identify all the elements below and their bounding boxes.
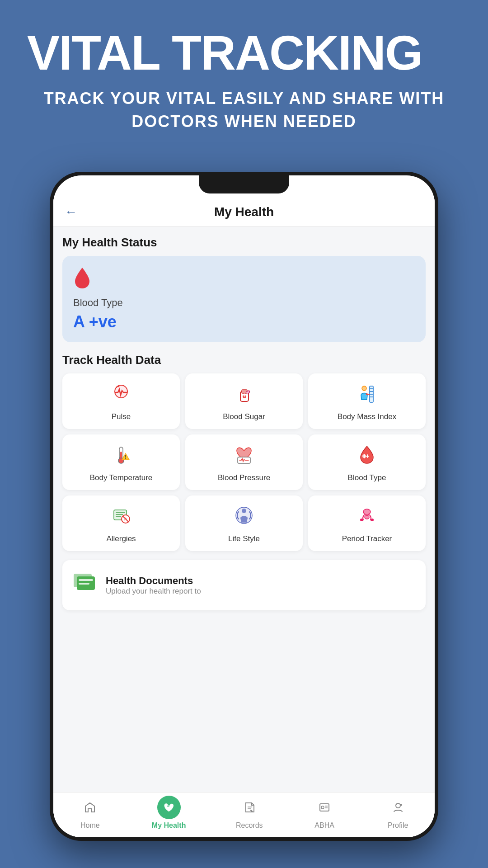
svg-point-25 xyxy=(242,509,246,513)
svg-rect-32 xyxy=(79,579,93,581)
track-item-allergies[interactable]: A Allergies xyxy=(62,495,180,551)
my-health-nav-icon xyxy=(157,796,181,819)
app-header: ← My Health xyxy=(53,196,435,226)
svg-point-29 xyxy=(371,519,374,521)
phone-content: ← My Health My Health Status Blood Type … xyxy=(53,196,435,837)
health-status-card[interactable]: Blood Type A +ve xyxy=(62,256,426,342)
nav-item-home[interactable]: Home xyxy=(78,796,102,830)
allergies-icon: A xyxy=(110,505,132,529)
blood-sugar-label: Blood Sugar xyxy=(223,412,265,422)
nav-item-my-health[interactable]: My Health xyxy=(152,796,186,830)
health-docs-sub: Upload your health report to xyxy=(106,587,201,596)
track-item-blood-sugar[interactable]: Blood Sugar xyxy=(185,373,303,429)
body-temp-label: Body Temperature xyxy=(90,473,153,483)
period-tracker-icon xyxy=(356,505,378,529)
bmi-label: Body Mass Index xyxy=(338,412,396,422)
sub-title: Track your vital easily and share with d… xyxy=(27,87,461,133)
svg-point-9 xyxy=(362,386,366,391)
life-style-icon xyxy=(233,505,255,529)
life-style-label: Life Style xyxy=(228,534,260,544)
svg-text:!: ! xyxy=(125,455,126,460)
track-item-pulse[interactable]: Pulse xyxy=(62,373,180,429)
nav-my-health-label: My Health xyxy=(152,821,186,830)
phone-inner: ← My Health My Health Status Blood Type … xyxy=(53,175,435,837)
svg-point-10 xyxy=(366,393,368,395)
track-item-body-temp[interactable]: ! Body Temperature xyxy=(62,434,180,490)
nav-home-label: Home xyxy=(80,821,100,830)
track-item-life-style[interactable]: Life Style xyxy=(185,495,303,551)
body-temp-icon: ! xyxy=(110,443,132,468)
nav-records-label: Records xyxy=(236,821,263,830)
app-header-title: My Health xyxy=(214,205,274,219)
nav-abha-label: ABHA xyxy=(314,821,334,830)
track-grid: Pulse xyxy=(62,373,426,551)
notch xyxy=(199,175,289,193)
track-item-period-tracker[interactable]: Period Tracker xyxy=(308,495,426,551)
nav-profile-label: Profile xyxy=(388,821,408,830)
track-section-title: Track Health Data xyxy=(62,353,426,367)
health-docs-icon xyxy=(71,569,99,601)
health-docs-card[interactable]: Health Documents Upload your health repo… xyxy=(62,560,426,610)
nav-item-records[interactable]: Records xyxy=(236,796,263,830)
phone-frame: ← My Health My Health Status Blood Type … xyxy=(50,172,438,841)
abha-icon xyxy=(313,796,336,819)
blood-drop-icon xyxy=(73,267,415,293)
nav-item-profile[interactable]: Profile xyxy=(386,796,410,830)
blood-type-value: A +ve xyxy=(73,312,415,331)
bottom-nav: Home My Health xyxy=(53,792,435,837)
pulse-label: Pulse xyxy=(112,412,131,422)
svg-point-28 xyxy=(360,519,363,521)
blood-type-label: Blood Type xyxy=(73,297,415,309)
svg-rect-33 xyxy=(79,583,89,585)
nav-item-abha[interactable]: ABHA xyxy=(313,796,336,830)
home-icon xyxy=(78,796,102,819)
track-item-bmi[interactable]: Body Mass Index xyxy=(308,373,426,429)
main-title: Vital tracking xyxy=(27,27,461,78)
blood-pressure-icon xyxy=(233,443,255,468)
allergies-label: Allergies xyxy=(106,534,136,544)
svg-text:A: A xyxy=(124,517,127,521)
track-item-blood-type[interactable]: Blood Type xyxy=(308,434,426,490)
period-tracker-label: Period Tracker xyxy=(342,534,392,544)
blood-pressure-label: Blood Pressure xyxy=(218,473,270,483)
svg-point-27 xyxy=(365,515,369,519)
records-icon xyxy=(238,796,261,819)
blood-type-icon xyxy=(356,443,378,468)
profile-icon xyxy=(386,796,410,819)
health-status-title: My Health Status xyxy=(62,236,426,250)
track-item-blood-pressure[interactable]: Blood Pressure xyxy=(185,434,303,490)
bmi-icon xyxy=(356,382,378,407)
back-button[interactable]: ← xyxy=(65,205,77,219)
health-docs-text: Health Documents Upload your health repo… xyxy=(106,575,201,596)
health-docs-title: Health Documents xyxy=(106,575,201,587)
hero-header: Vital tracking Track your vital easily a… xyxy=(27,27,461,133)
svg-point-37 xyxy=(321,806,324,809)
blood-type-label-grid: Blood Type xyxy=(348,473,386,483)
scroll-content: My Health Status Blood Type A +ve Track … xyxy=(53,226,435,823)
blood-sugar-icon xyxy=(233,382,255,407)
pulse-icon xyxy=(110,382,132,407)
svg-point-26 xyxy=(363,509,371,514)
svg-point-40 xyxy=(396,803,400,808)
